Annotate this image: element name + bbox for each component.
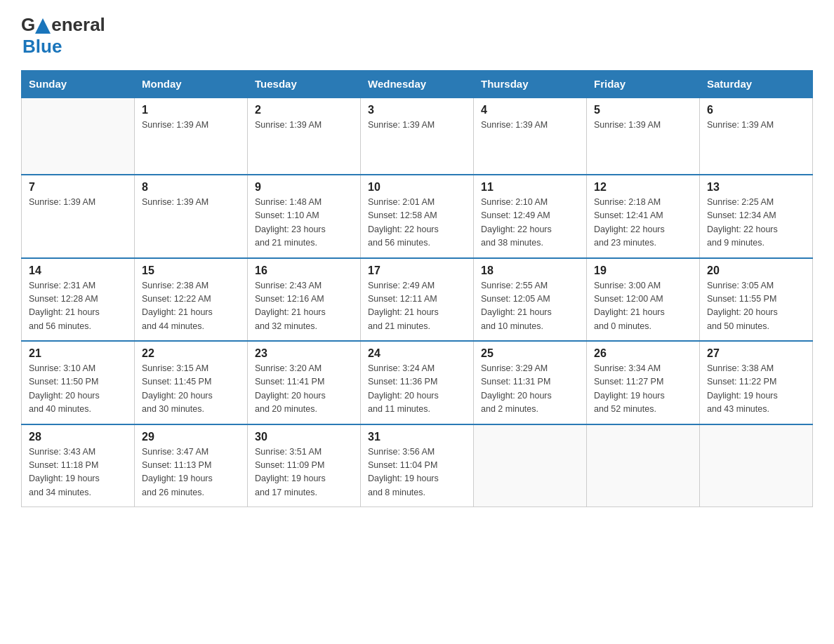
sun-info: Sunrise: 2:55 AM Sunset: 12:05 AM Daylig… (481, 279, 579, 334)
calendar-cell: 15Sunrise: 2:38 AM Sunset: 12:22 AM Dayl… (135, 258, 248, 342)
day-number: 22 (142, 347, 240, 360)
sun-info: Sunrise: 3:38 AM Sunset: 11:22 PM Daylig… (707, 362, 805, 417)
sun-info: Sunrise: 1:39 AM (142, 196, 240, 209)
calendar-cell: 6Sunrise: 1:39 AM (700, 98, 813, 175)
logo-eneral: eneral (51, 14, 105, 36)
calendar-cell: 4Sunrise: 1:39 AM (474, 98, 587, 175)
day-number: 9 (255, 181, 353, 194)
calendar-cell: 13Sunrise: 2:25 AM Sunset: 12:34 AM Dayl… (700, 175, 813, 258)
calendar-cell: 7Sunrise: 1:39 AM (22, 175, 135, 258)
week-row-5: 28Sunrise: 3:43 AM Sunset: 11:18 PM Dayl… (22, 424, 813, 507)
day-number: 23 (255, 347, 353, 360)
col-header-saturday: Saturday (700, 71, 813, 98)
day-number: 17 (368, 264, 466, 277)
col-header-monday: Monday (135, 71, 248, 98)
day-number: 1 (142, 104, 240, 116)
sun-info: Sunrise: 1:39 AM (29, 196, 127, 209)
day-number: 16 (255, 264, 353, 277)
sun-info: Sunrise: 3:00 AM Sunset: 12:00 AM Daylig… (594, 279, 692, 334)
page: G eneral Blue SundayMondayTuesdayWednesd… (0, 0, 834, 528)
week-row-2: 7Sunrise: 1:39 AM8Sunrise: 1:39 AM9Sunri… (22, 175, 813, 258)
week-row-1: 1Sunrise: 1:39 AM2Sunrise: 1:39 AM3Sunri… (22, 98, 813, 175)
sun-info: Sunrise: 3:43 AM Sunset: 11:18 PM Daylig… (29, 445, 127, 500)
calendar-cell: 22Sunrise: 3:15 AM Sunset: 11:45 PM Dayl… (135, 341, 248, 424)
day-number: 15 (142, 264, 240, 277)
sun-info: Sunrise: 1:39 AM (368, 119, 466, 132)
day-number: 25 (481, 347, 579, 360)
calendar-cell: 17Sunrise: 2:49 AM Sunset: 12:11 AM Dayl… (361, 258, 474, 342)
calendar-cell: 21Sunrise: 3:10 AM Sunset: 11:50 PM Dayl… (22, 341, 135, 424)
day-number: 5 (594, 104, 692, 116)
logo-triangle-icon (35, 18, 51, 34)
calendar-cell: 8Sunrise: 1:39 AM (135, 175, 248, 258)
day-number: 7 (29, 181, 127, 194)
logo-g: G (21, 14, 35, 36)
sun-info: Sunrise: 2:10 AM Sunset: 12:49 AM Daylig… (481, 196, 579, 250)
calendar-cell: 9Sunrise: 1:48 AM Sunset: 1:10 AM Daylig… (248, 175, 361, 258)
day-number: 24 (368, 347, 466, 360)
calendar-cell: 24Sunrise: 3:24 AM Sunset: 11:36 PM Dayl… (361, 341, 474, 424)
calendar-cell: 11Sunrise: 2:10 AM Sunset: 12:49 AM Dayl… (474, 175, 587, 258)
calendar-cell: 25Sunrise: 3:29 AM Sunset: 11:31 PM Dayl… (474, 341, 587, 424)
sun-info: Sunrise: 3:24 AM Sunset: 11:36 PM Daylig… (368, 362, 466, 417)
sun-info: Sunrise: 1:39 AM (594, 119, 692, 132)
calendar-cell: 18Sunrise: 2:55 AM Sunset: 12:05 AM Dayl… (474, 258, 587, 342)
sun-info: Sunrise: 1:39 AM (142, 119, 240, 132)
col-header-tuesday: Tuesday (248, 71, 361, 98)
sun-info: Sunrise: 2:01 AM Sunset: 12:58 AM Daylig… (368, 196, 466, 250)
calendar-header-row: SundayMondayTuesdayWednesdayThursdayFrid… (22, 71, 813, 98)
sun-info: Sunrise: 2:38 AM Sunset: 12:22 AM Daylig… (142, 279, 240, 334)
header: G eneral Blue (21, 14, 813, 58)
calendar-cell: 12Sunrise: 2:18 AM Sunset: 12:41 AM Dayl… (587, 175, 700, 258)
sun-info: Sunrise: 3:15 AM Sunset: 11:45 PM Daylig… (142, 362, 240, 417)
day-number: 6 (707, 104, 805, 116)
day-number: 12 (594, 181, 692, 194)
sun-info: Sunrise: 2:49 AM Sunset: 12:11 AM Daylig… (368, 279, 466, 334)
col-header-thursday: Thursday (474, 71, 587, 98)
sun-info: Sunrise: 2:31 AM Sunset: 12:28 AM Daylig… (29, 279, 127, 334)
calendar-cell: 16Sunrise: 2:43 AM Sunset: 12:16 AM Dayl… (248, 258, 361, 342)
day-number: 11 (481, 181, 579, 194)
day-number: 31 (368, 431, 466, 443)
day-number: 29 (142, 431, 240, 443)
calendar-cell (700, 424, 813, 507)
day-number: 3 (368, 104, 466, 116)
week-row-4: 21Sunrise: 3:10 AM Sunset: 11:50 PM Dayl… (22, 341, 813, 424)
calendar-cell (474, 424, 587, 507)
calendar-cell: 29Sunrise: 3:47 AM Sunset: 11:13 PM Dayl… (135, 424, 248, 507)
day-number: 13 (707, 181, 805, 194)
day-number: 26 (594, 347, 692, 360)
calendar-cell: 20Sunrise: 3:05 AM Sunset: 11:55 PM Dayl… (700, 258, 813, 342)
day-number: 18 (481, 264, 579, 277)
calendar-cell (22, 98, 135, 175)
sun-info: Sunrise: 3:20 AM Sunset: 11:41 PM Daylig… (255, 362, 353, 417)
calendar-cell: 27Sunrise: 3:38 AM Sunset: 11:22 PM Dayl… (700, 341, 813, 424)
sun-info: Sunrise: 3:29 AM Sunset: 11:31 PM Daylig… (481, 362, 579, 417)
sun-info: Sunrise: 1:39 AM (481, 119, 579, 132)
calendar-table: SundayMondayTuesdayWednesdayThursdayFrid… (21, 70, 813, 507)
sun-info: Sunrise: 1:48 AM Sunset: 1:10 AM Dayligh… (255, 196, 353, 250)
day-number: 30 (255, 431, 353, 443)
sun-info: Sunrise: 2:25 AM Sunset: 12:34 AM Daylig… (707, 196, 805, 250)
calendar-cell: 10Sunrise: 2:01 AM Sunset: 12:58 AM Dayl… (361, 175, 474, 258)
calendar-cell: 30Sunrise: 3:51 AM Sunset: 11:09 PM Dayl… (248, 424, 361, 507)
sun-info: Sunrise: 3:47 AM Sunset: 11:13 PM Daylig… (142, 445, 240, 500)
week-row-3: 14Sunrise: 2:31 AM Sunset: 12:28 AM Dayl… (22, 258, 813, 342)
calendar-cell: 2Sunrise: 1:39 AM (248, 98, 361, 175)
day-number: 8 (142, 181, 240, 194)
calendar-cell (587, 424, 700, 507)
col-header-wednesday: Wednesday (361, 71, 474, 98)
day-number: 10 (368, 181, 466, 194)
calendar-cell: 1Sunrise: 1:39 AM (135, 98, 248, 175)
sun-info: Sunrise: 3:10 AM Sunset: 11:50 PM Daylig… (29, 362, 127, 417)
sun-info: Sunrise: 2:43 AM Sunset: 12:16 AM Daylig… (255, 279, 353, 334)
col-header-sunday: Sunday (22, 71, 135, 98)
sun-info: Sunrise: 1:39 AM (255, 119, 353, 132)
sun-info: Sunrise: 3:51 AM Sunset: 11:09 PM Daylig… (255, 445, 353, 500)
logo-blue-text: Blue (22, 36, 62, 57)
sun-info: Sunrise: 3:05 AM Sunset: 11:55 PM Daylig… (707, 279, 805, 334)
day-number: 19 (594, 264, 692, 277)
logo: G eneral Blue (21, 14, 105, 58)
svg-marker-0 (35, 18, 51, 34)
calendar-cell: 5Sunrise: 1:39 AM (587, 98, 700, 175)
